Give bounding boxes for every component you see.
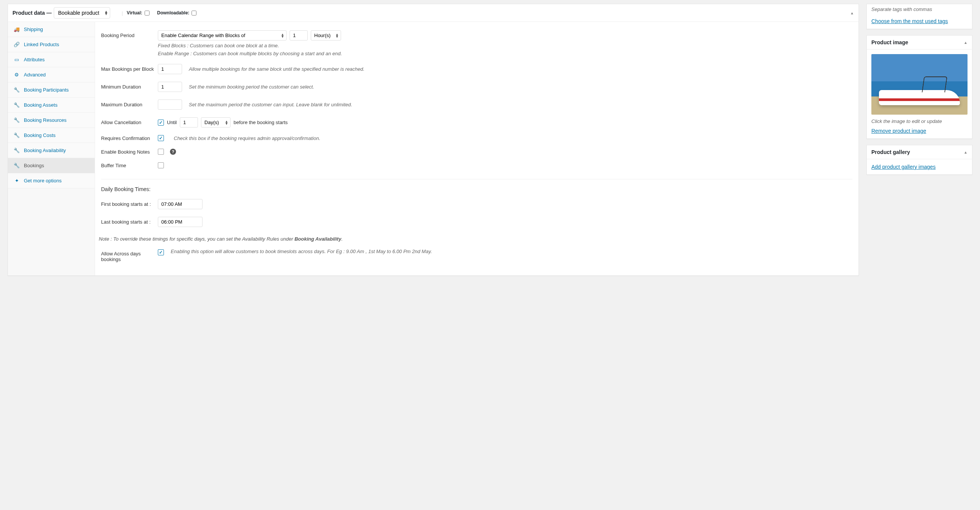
tab-attributes[interactable]: ▭Attributes: [8, 52, 95, 67]
first-booking-input[interactable]: [158, 199, 202, 209]
boat-image: [879, 90, 960, 105]
separator: |: [121, 10, 123, 16]
tab-label: Attributes: [24, 57, 45, 62]
min-duration-input[interactable]: [158, 82, 182, 92]
help-text: Enabling this option will allow customer…: [171, 249, 853, 254]
buffer-time-label: Buffer Time: [101, 163, 158, 168]
first-booking-label: First booking starts at :: [101, 201, 158, 207]
allow-across-days-label: Allow Across days bookings: [101, 249, 158, 262]
tab-advanced[interactable]: ⚙Advanced: [8, 67, 95, 83]
cancellation-unit-select[interactable]: Day(s): [201, 117, 231, 127]
remove-product-image-link[interactable]: Remove product image: [871, 128, 926, 134]
link-icon: 🔗: [13, 41, 20, 47]
panel-title: Product data —: [13, 10, 51, 16]
tab-bookings[interactable]: 🔧Bookings: [8, 158, 95, 173]
help-icon[interactable]: ?: [170, 149, 176, 155]
widget-title: Product gallery: [871, 149, 910, 155]
panel-collapse-toggle[interactable]: ▲: [850, 11, 854, 15]
product-data-panel: Product data — Bookable product ▲▼ | Vir…: [8, 4, 859, 276]
tab-label: Booking Resources: [24, 117, 67, 123]
requires-confirmation-checkbox[interactable]: ✓: [158, 135, 164, 141]
requires-confirmation-label: Requires Confirmation: [101, 135, 158, 141]
last-booking-label: Last booking starts at :: [101, 219, 158, 225]
tab-label: Booking Assets: [24, 102, 57, 108]
max-duration-input[interactable]: [158, 100, 182, 110]
tab-booking-resources[interactable]: 🔧Booking Resources: [8, 113, 95, 128]
note-prefix: Note : To override these timings for spe…: [99, 236, 294, 242]
note-bold: Booking Availability: [294, 236, 341, 242]
allow-cancellation-label: Allow Cancellation: [101, 119, 158, 125]
truck-icon: 🚚: [13, 27, 20, 32]
help-text: before the booking starts: [234, 119, 288, 125]
buffer-time-checkbox[interactable]: ✓: [158, 162, 164, 168]
enable-notes-label: Enable Booking Notes: [101, 149, 158, 155]
tab-label: Booking Availability: [24, 148, 66, 153]
list-icon: ▭: [13, 57, 20, 62]
widget-title: Product image: [871, 39, 908, 45]
gear-icon: ⚙: [13, 72, 20, 78]
help-text: Set the maximum period the customer can …: [189, 102, 352, 108]
until-label: Until: [167, 119, 177, 125]
help-text: Check this box if the booking requires a…: [174, 135, 320, 141]
choose-tags-link[interactable]: Choose from the most used tags: [871, 18, 948, 24]
help-text: Fixed Blocks : Customers can book one bl…: [158, 43, 853, 48]
product-image-preview[interactable]: [871, 54, 967, 114]
cancellation-value-input[interactable]: [180, 117, 198, 127]
widget-collapse-toggle[interactable]: ▲: [964, 150, 967, 154]
wrench-icon: 🔧: [13, 87, 20, 93]
daily-booking-times-title: Daily Booking Times:: [101, 186, 853, 192]
tab-shipping[interactable]: 🚚Shipping: [8, 22, 95, 37]
availability-note: Note : To override these timings for spe…: [99, 236, 853, 242]
max-bookings-input[interactable]: [158, 64, 182, 74]
tab-booking-assets[interactable]: 🔧Booking Assets: [8, 98, 95, 113]
tab-booking-costs[interactable]: 🔧Booking Costs: [8, 128, 95, 143]
add-gallery-images-link[interactable]: Add product gallery images: [871, 164, 936, 170]
wrench-icon: 🔧: [13, 132, 20, 138]
help-text: Enable Range : Customers can book multip…: [158, 51, 853, 56]
product-gallery-widget: Product gallery ▲ Add product gallery im…: [867, 145, 972, 175]
tab-booking-availability[interactable]: 🔧Booking Availability: [8, 143, 95, 158]
product-data-header: Product data — Bookable product ▲▼ | Vir…: [8, 4, 859, 22]
virtual-checkbox[interactable]: [145, 11, 150, 16]
last-booking-input[interactable]: [158, 217, 202, 227]
min-duration-label: Minimum Duration: [101, 84, 158, 90]
booking-period-unit-select[interactable]: Hour(s): [311, 30, 341, 40]
product-data-tabs: 🚚Shipping 🔗Linked Products ▭Attributes ⚙…: [8, 22, 95, 275]
tab-booking-participants[interactable]: 🔧Booking Participants: [8, 83, 95, 98]
wrench-icon: 🔧: [13, 163, 20, 168]
allow-cancellation-checkbox[interactable]: ✓: [158, 119, 164, 126]
tab-label: Advanced: [24, 72, 46, 78]
tab-label: Bookings: [24, 163, 44, 168]
wrench-icon: 🔧: [13, 102, 20, 108]
downloadable-option[interactable]: Downloadable:: [157, 10, 196, 16]
product-type-select[interactable]: Bookable product: [54, 7, 110, 19]
tab-label: Get more options: [24, 178, 62, 183]
tab-linked-products[interactable]: 🔗Linked Products: [8, 37, 95, 52]
max-duration-label: Maximum Duration: [101, 102, 158, 108]
image-hint: Click the image to edit or update: [871, 118, 967, 124]
allow-across-days-checkbox[interactable]: ✓: [158, 249, 164, 255]
downloadable-label: Downloadable:: [157, 10, 189, 16]
widget-collapse-toggle[interactable]: ▲: [964, 40, 967, 44]
booking-period-label: Booking Period: [101, 30, 158, 38]
help-text: Allow multiple bookings for the same blo…: [189, 66, 364, 72]
tab-get-more-options[interactable]: ✦Get more options: [8, 173, 95, 188]
enable-notes-checkbox[interactable]: ✓: [158, 149, 164, 155]
bookings-tab-content: Booking Period Enable Calendar Range wit…: [95, 22, 859, 275]
virtual-label: Virtual:: [127, 10, 142, 16]
tags-hint: Separate tags with commas: [871, 6, 967, 12]
max-bookings-label: Max Bookings per Block: [101, 66, 158, 72]
booking-period-qty-input[interactable]: [290, 30, 308, 40]
product-image-widget: Product image ▲ Click the image to edit …: [867, 35, 972, 139]
booking-period-select[interactable]: Enable Calendar Range with Blocks of: [158, 30, 286, 40]
divider: [101, 179, 853, 180]
downloadable-checkbox[interactable]: [191, 11, 196, 16]
wrench-icon: 🔧: [13, 117, 20, 123]
tab-label: Booking Costs: [24, 132, 56, 138]
wrench-icon: 🔧: [13, 148, 20, 153]
tab-label: Linked Products: [24, 41, 59, 47]
product-tags-widget-tail: Separate tags with commas Choose from th…: [867, 4, 972, 29]
tab-label: Shipping: [24, 27, 43, 32]
virtual-option[interactable]: Virtual:: [127, 10, 150, 16]
sparkle-icon: ✦: [13, 178, 20, 183]
